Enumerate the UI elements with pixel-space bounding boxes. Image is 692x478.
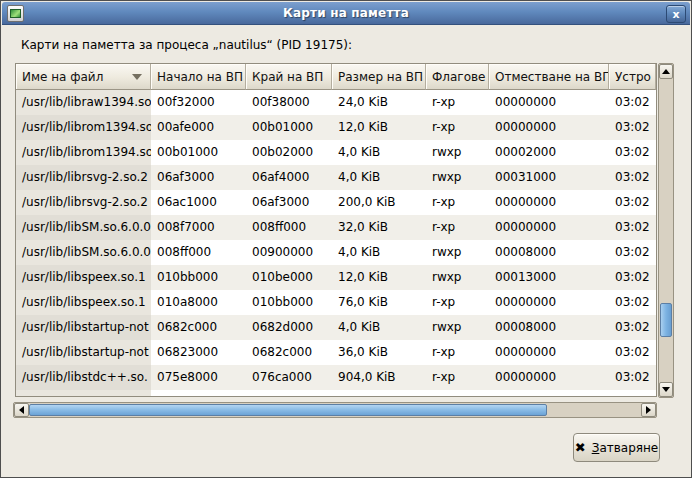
close-x-icon: ✖ [575,440,586,455]
vertical-scrollbar[interactable] [658,63,674,398]
arrow-down-icon [662,387,670,392]
column-header[interactable]: Отместване на ВП [489,64,609,90]
cell-vm-offset: 00000000 [489,215,609,240]
cell-vm-start: 075e8000 [151,365,246,390]
cell-filename: /usr/lib/librom1394.so [16,115,151,140]
arrow-left-icon [19,406,24,414]
titlebar[interactable]: Карти на паметта x [2,2,690,25]
table-row[interactable]: /usr/lib/libstartup-not 0682c000 0682d00… [16,315,656,340]
cell-vm-end: 076ca000 [246,365,332,390]
cell-vm-start: 010a8000 [151,290,246,315]
cell-vm-offset: 00000000 [489,365,609,390]
cell-vm-start: 06af3000 [151,165,246,190]
cell-device: 03:02 [609,90,656,115]
cell-vm-start: 06ac1000 [151,190,246,215]
scroll-down-button[interactable] [659,382,673,397]
horizontal-scrollbar[interactable] [13,402,657,418]
cell-vm-offset: 00031000 [489,165,609,190]
scroll-up-button[interactable] [659,64,673,79]
column-header[interactable]: Размер на ВП [332,64,426,90]
cell-vm-size: 200,0 KiB [332,190,426,215]
cell-vm-end: 00900000 [246,240,332,265]
cell-flags: r-xp [426,290,489,315]
table-header-row: Име на файл Начало на ВП Край на ВП Разм… [16,64,656,90]
cell-filename: /usr/lib/libspeex.so.1 [16,290,151,315]
cell-flags: rwxp [426,240,489,265]
cell-vm-end: 06af3000 [246,190,332,215]
cell-vm-size: 12,0 KiB [332,115,426,140]
cell-vm-start: 00b01000 [151,140,246,165]
cell-flags: r-xp [426,190,489,215]
cell-vm-size: 76,0 KiB [332,290,426,315]
system-monitor-icon[interactable] [7,5,24,22]
table-row[interactable]: /usr/lib/libspeex.so.1 010bb000 010be000… [16,265,656,290]
horizontal-scrollbar-thumb[interactable] [29,404,547,416]
column-header[interactable]: Край на ВП [246,64,332,90]
cell-vm-offset: 00000000 [489,90,609,115]
cell-vm-end: 00b02000 [246,140,332,165]
cell-device: 03:02 [609,165,656,190]
table-body: /usr/lib/libraw1394.so 00f32000 00f38000… [16,90,656,390]
arrow-right-icon [646,406,651,414]
memory-maps-table: Име на файл Начало на ВП Край на ВП Разм… [15,63,657,397]
cell-filename: /usr/lib/librom1394.so [16,140,151,165]
table-row[interactable]: /usr/lib/librsvg-2.so.2 06af3000 06af400… [16,165,656,190]
cell-vm-start: 00afe000 [151,115,246,140]
cell-device: 03:02 [609,140,656,165]
cell-vm-end: 00b01000 [246,115,332,140]
cell-filename: /usr/lib/librsvg-2.so.2 [16,190,151,215]
table-row[interactable]: /usr/lib/libstdc++.so. 075e8000 076ca000… [16,365,656,390]
cell-flags: rwxp [426,165,489,190]
cell-vm-start: 008ff000 [151,240,246,265]
cell-vm-offset: 00000000 [489,115,609,140]
cell-filename: /usr/lib/libspeex.so.1 [16,265,151,290]
cell-vm-start: 010bb000 [151,265,246,290]
table-row[interactable]: /usr/lib/libraw1394.so 00f32000 00f38000… [16,90,656,115]
table-row[interactable]: /usr/lib/librom1394.so 00afe000 00b01000… [16,115,656,140]
memory-maps-dialog: Карти на паметта x Карти на паметта за п… [0,0,692,478]
cell-filename: /usr/lib/libSM.so.6.0.0 [16,215,151,240]
table-row[interactable]: /usr/lib/libstartup-not 06823000 0682c00… [16,340,656,365]
window-title: Карти на паметта [2,6,690,20]
cell-flags: r-xp [426,365,489,390]
cell-flags: r-xp [426,115,489,140]
cell-vm-end: 008ff000 [246,215,332,240]
table-row[interactable]: /usr/lib/libSM.so.6.0.0 008ff000 0090000… [16,240,656,265]
cell-vm-size: 4,0 KiB [332,165,426,190]
partial-next-row [16,390,656,397]
arrow-up-icon [662,69,670,74]
monitor-screen-glyph [10,9,21,18]
cell-flags: r-xp [426,340,489,365]
cell-vm-offset: 00013000 [489,265,609,290]
column-header[interactable]: Флагове [426,64,489,90]
cell-vm-offset: 00002000 [489,140,609,165]
cell-vm-size: 4,0 KiB [332,140,426,165]
scroll-right-button[interactable] [641,403,656,417]
cell-vm-end: 010bb000 [246,290,332,315]
close-button-label: Затваряне [592,441,659,455]
cell-vm-end: 010be000 [246,265,332,290]
cell-vm-offset: 00000000 [489,290,609,315]
table-row[interactable]: /usr/lib/librsvg-2.so.2 06ac1000 06af300… [16,190,656,215]
cell-vm-start: 06823000 [151,340,246,365]
column-header[interactable]: Име на файл [16,64,151,90]
cell-vm-size: 32,0 KiB [332,215,426,240]
close-button[interactable]: ✖ Затваряне [573,433,660,462]
scroll-left-button[interactable] [14,403,29,417]
cell-vm-end: 00f38000 [246,90,332,115]
cell-vm-size: 904,0 KiB [332,365,426,390]
table-row[interactable]: /usr/lib/librom1394.so 00b01000 00b02000… [16,140,656,165]
cell-vm-end: 0682d000 [246,315,332,340]
column-header[interactable]: Устро [609,64,656,90]
cell-device: 03:02 [609,215,656,240]
table-row[interactable]: /usr/lib/libspeex.so.1 010a8000 010bb000… [16,290,656,315]
column-header[interactable]: Начало на ВП [151,64,246,90]
cell-vm-size: 4,0 KiB [332,315,426,340]
cell-device: 03:02 [609,290,656,315]
window-close-icon[interactable]: x [666,5,686,23]
vertical-scrollbar-thumb[interactable] [660,303,672,337]
table-row[interactable]: /usr/lib/libSM.so.6.0.0 008f7000 008ff00… [16,215,656,240]
process-description-label: Карти на паметта за процеса „nautilus“ (… [21,38,352,52]
cell-device: 03:02 [609,190,656,215]
cell-vm-start: 00f32000 [151,90,246,115]
